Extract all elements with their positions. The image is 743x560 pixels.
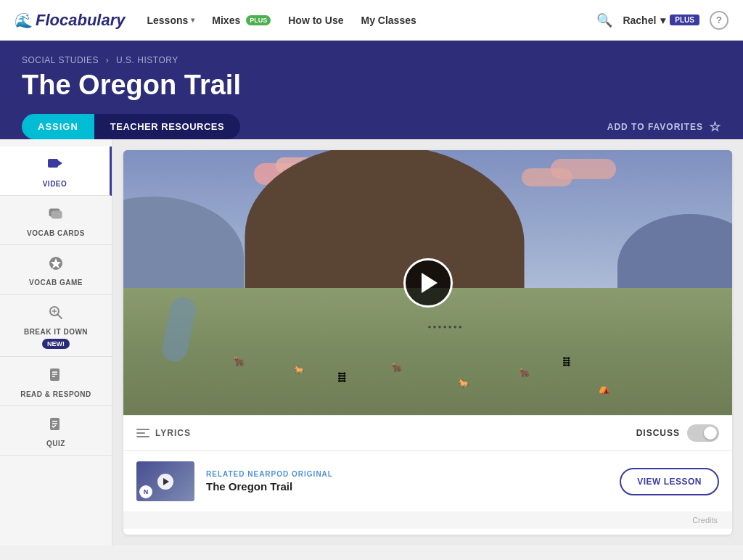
related-info: RELATED NEARPOD ORIGINAL The Oregon Trai… [206,470,608,493]
logo-text: Flocabulary [36,11,125,30]
vocab-game-icon [48,255,64,276]
breadcrumb-social-studies[interactable]: SOCIAL STUDIES [22,55,99,65]
logo[interactable]: 🌊 Flocabulary [15,11,125,30]
user-menu[interactable]: Rachel ▾ PLUS [623,15,699,26]
action-bar: ASSIGN TEACHER RESOURCES ADD TO FAVORITE… [22,114,721,139]
breadcrumb-us-history[interactable]: U.S. HISTORY [116,55,178,65]
chevron-down-icon: ▾ [191,16,194,24]
nav-my-classes[interactable]: My Classes [361,15,416,26]
video-icon [47,157,63,177]
sidebar: VIDEO VOCAB CARDS VOCAB GAME [0,139,112,545]
svg-rect-3 [52,211,62,218]
user-chevron-icon: ▾ [660,15,665,26]
action-buttons: ASSIGN TEACHER RESOURCES [22,114,240,139]
discuss-toggle[interactable] [687,424,719,442]
sidebar-read-respond-label: READ & RESPOND [20,390,91,398]
svg-marker-1 [58,160,62,166]
plus-badge: PLUS [670,15,699,25]
sidebar-item-quiz[interactable]: QUIZ [0,406,112,456]
lyrics-icon [136,429,149,437]
logo-icon: 🌊 [15,12,33,29]
sidebar-item-video[interactable]: VIDEO [0,147,112,196]
wagon-8: ⛺ [598,382,610,394]
lyrics-label: LYRICS [155,428,191,438]
wagon-1: 🐂 [233,356,245,367]
discuss-label: DISCUSS [636,428,680,438]
mountain-center [245,150,524,304]
sidebar-vocab-game-label: VOCAB GAME [29,279,83,287]
play-button[interactable] [403,258,453,308]
help-button[interactable]: ? [710,11,728,30]
page-title: The Oregon Trail [22,70,721,101]
read-respond-icon [48,367,64,387]
credits-label: Credits [692,516,718,524]
star-icon: ☆ [709,119,721,135]
wagon-2: 🐎 [294,365,305,375]
breadcrumb: SOCIAL STUDIES › U.S. HISTORY [22,55,721,65]
navbar: 🌊 Flocabulary Lessons ▾ Mixes PLUS How t… [0,0,743,41]
wagon-4: 🐂 [391,363,402,373]
new-badge: PLUS [246,15,271,25]
sidebar-video-label: VIDEO [43,180,67,188]
view-lesson-button[interactable]: VIEW LESSON [620,468,719,495]
related-thumbnail: N [136,461,194,501]
wagon-5: 🐎 [458,378,469,389]
main-content: 🐂 🐎 🛤 🐂 🐎 🐂 🛤 ⛺ ● ● ● ● ● ● ● [123,150,732,535]
nav-links: Lessons ▾ Mixes PLUS How to Use My Class… [147,15,596,26]
new-pill-badge: NEW! [42,339,70,349]
video-player[interactable]: 🐂 🐎 🛤 🐂 🐎 🐂 🛤 ⛺ ● ● ● ● ● ● ● [123,150,732,415]
video-bottom-bar: LYRICS DISCUSS [123,415,732,451]
line-2 [136,432,145,434]
nav-how-to-use[interactable]: How to Use [288,15,343,26]
sidebar-item-read-respond[interactable]: READ & RESPOND [0,357,112,406]
sidebar-vocab-cards-label: VOCAB CARDS [27,229,85,237]
sidebar-item-vocab-game[interactable]: VOCAB GAME [0,245,112,295]
cattle-far: ● ● ● ● ● ● ● [428,324,462,330]
sidebar-item-break-it-down[interactable]: BREAK IT DOWN NEW! [0,295,112,357]
lyrics-button[interactable]: LYRICS [136,428,191,438]
add-to-favorites[interactable]: ADD TO FAVORITES ☆ [607,119,721,135]
breadcrumb-separator: › [106,55,112,65]
svg-line-7 [58,315,62,319]
related-play-icon [157,474,173,490]
sidebar-break-it-down-label: BREAK IT DOWN [24,328,88,336]
nav-lessons[interactable]: Lessons ▾ [147,15,194,26]
hero-section: SOCIAL STUDIES › U.S. HISTORY The Oregon… [0,41,743,139]
sidebar-item-vocab-cards[interactable]: VOCAB CARDS [0,196,112,245]
related-play-triangle [163,478,169,485]
nav-mixes[interactable]: Mixes PLUS [212,15,271,26]
content-wrapper: VIDEO VOCAB CARDS VOCAB GAME [0,139,743,545]
sidebar-quiz-label: QUIZ [46,440,65,448]
add-favorites-label: ADD TO FAVORITES [607,122,703,132]
search-icon[interactable]: 🔍 [596,12,612,28]
user-name: Rachel [623,15,656,26]
teacher-resources-button[interactable]: TEACHER RESOURCES [94,114,240,139]
discuss-area: DISCUSS [636,424,719,442]
related-tag: RELATED NEARPOD ORIGINAL [206,470,608,478]
quiz-icon [48,416,64,437]
cloud-4 [551,159,616,179]
credits-bar: Credits [123,511,732,529]
assign-button[interactable]: ASSIGN [22,114,94,139]
svg-rect-0 [48,159,58,168]
play-triangle-icon [422,273,438,293]
line-1 [136,429,149,430]
wagon-7: 🛤 [562,356,571,367]
toggle-knob [704,427,717,440]
wagon-3: 🛤 [337,371,347,383]
nav-right: 🔍 Rachel ▾ PLUS ? [596,11,728,30]
related-title: The Oregon Trail [206,480,608,493]
related-section: N RELATED NEARPOD ORIGINAL The Oregon Tr… [123,451,732,511]
break-it-down-icon [48,305,64,325]
nearpod-badge: N [139,485,152,498]
line-3 [136,436,149,437]
wagon-6: 🐂 [519,368,530,378]
vocab-cards-icon [48,206,64,226]
